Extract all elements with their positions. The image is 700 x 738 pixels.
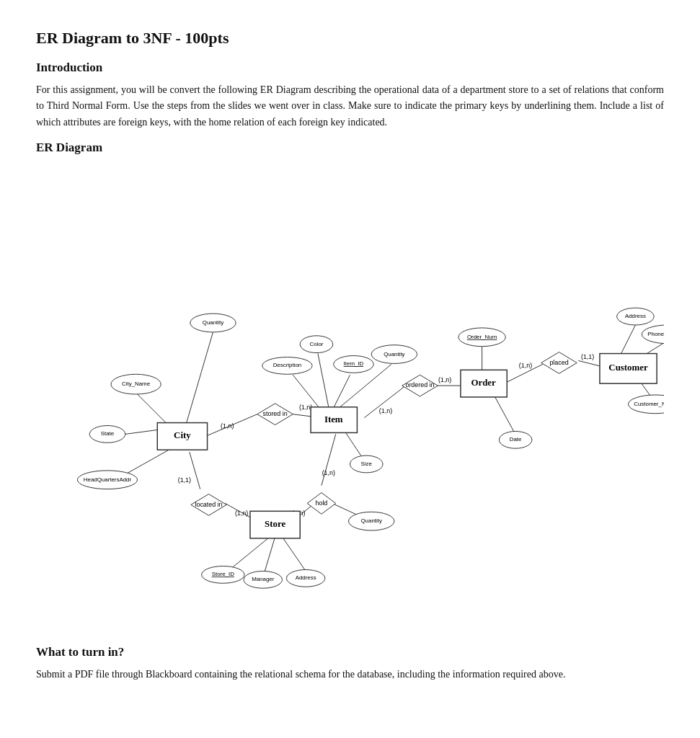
svg-text:(1,1): (1,1)	[581, 354, 594, 361]
svg-text:Item: Item	[324, 414, 343, 424]
svg-text:(1,n): (1,n)	[519, 363, 532, 370]
svg-text:ordered in: ordered in	[405, 382, 434, 389]
svg-text:City_Name: City_Name	[122, 381, 151, 387]
svg-text:Item_ID: Item_ID	[344, 361, 364, 368]
svg-line-22	[232, 535, 271, 568]
svg-text:Quantity: Quantity	[384, 351, 404, 357]
svg-line-8	[332, 375, 350, 410]
svg-line-6	[318, 354, 329, 407]
svg-line-23	[265, 537, 275, 572]
svg-text:Store_ID: Store_ID	[212, 572, 234, 578]
svg-text:Customer_Name: Customer_Name	[634, 401, 664, 407]
svg-text:Description: Description	[273, 363, 302, 369]
svg-text:(1,n): (1,n)	[235, 510, 248, 517]
svg-text:Quantity: Quantity	[360, 517, 381, 524]
svg-text:(1,n): (1,n)	[221, 423, 234, 430]
svg-text:(1,n): (1,n)	[322, 469, 335, 476]
svg-text:Order_Num: Order_Num	[467, 334, 497, 340]
svg-text:Date: Date	[510, 437, 522, 443]
svg-text:(1,n): (1,n)	[379, 407, 392, 414]
introduction-heading: Introduction	[36, 61, 664, 75]
svg-line-25	[322, 435, 336, 486]
svg-text:Customer: Customer	[608, 363, 648, 373]
what-to-turn-in-body: Submit a PDF file through Blackboard con…	[36, 667, 664, 683]
svg-text:Color: Color	[310, 341, 324, 347]
svg-line-24	[282, 537, 306, 572]
svg-line-17	[621, 325, 636, 354]
svg-text:City: City	[174, 431, 191, 441]
svg-text:placed: placed	[549, 359, 568, 366]
svg-text:Size: Size	[361, 461, 373, 467]
svg-line-3	[186, 332, 213, 425]
svg-text:(1,n): (1,n)	[438, 376, 451, 383]
svg-text:hold: hold	[316, 499, 328, 507]
svg-text:Address: Address	[296, 575, 316, 582]
what-to-turn-in-heading: What to turn in?	[36, 645, 664, 659]
page-title: ER Diagram to 3NF - 100pts	[36, 29, 664, 48]
svg-text:Address: Address	[625, 313, 646, 319]
svg-line-14	[492, 393, 514, 432]
er-diagram-heading: ER Diagram	[36, 141, 664, 155]
svg-text:HeadQuartersAddr: HeadQuartersAddr	[84, 476, 132, 483]
svg-text:stored in: stored in	[263, 410, 288, 417]
svg-text:Manager: Manager	[252, 577, 275, 583]
svg-text:(1,1): (1,1)	[178, 476, 191, 484]
svg-text:Order: Order	[471, 378, 496, 388]
svg-text:Store: Store	[265, 519, 285, 529]
svg-line-20	[190, 452, 200, 489]
svg-text:State: State	[101, 431, 115, 437]
er-diagram: (1,n) (1,n) (1,n) (1,n) (1,n) (1,1) (1,1…	[36, 162, 664, 623]
svg-text:Quantity: Quantity	[203, 319, 223, 326]
svg-text:located in: located in	[195, 501, 222, 508]
introduction-body: For this assignment, you will be convert…	[36, 82, 664, 130]
svg-text:Phone_Number: Phone_Number	[647, 331, 664, 337]
